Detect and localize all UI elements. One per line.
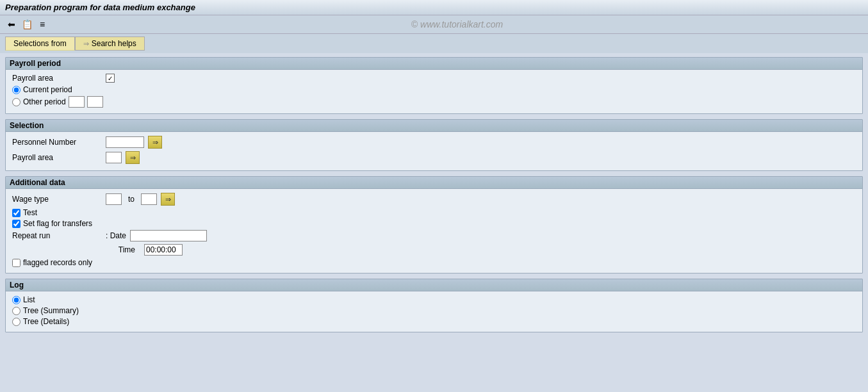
repeat-run-label: Repeat run	[12, 231, 102, 240]
test-checkbox[interactable]	[12, 209, 20, 217]
tab-arrow-icon: ⇒	[83, 40, 89, 48]
log-list-row: List	[12, 295, 856, 304]
date-label: : Date	[106, 231, 126, 240]
time-label: Time	[12, 245, 140, 254]
set-flag-row: Set flag for transfers	[12, 219, 856, 228]
menu-icon[interactable]: ≡	[36, 18, 49, 31]
tab-bar: Selections from ⇒ Search helps	[0, 34, 868, 53]
personnel-number-row: Personnel Number ⇒	[12, 136, 856, 149]
tab-search-helps-label: Search helps	[92, 39, 136, 48]
tab-selections-from[interactable]: Selections from	[5, 37, 75, 51]
other-period-input-1[interactable]	[69, 96, 85, 108]
set-flag-checkbox[interactable]	[12, 220, 20, 228]
current-period-radio[interactable]	[12, 86, 20, 94]
selection-section: Selection Personnel Number ⇒ Payroll are…	[5, 119, 863, 171]
title-bar: Preparation program for data medium exch…	[0, 0, 868, 15]
log-tree-summary-radio[interactable]	[12, 307, 20, 315]
log-tree-details-radio[interactable]	[12, 318, 20, 326]
page-title: Preparation program for data medium exch…	[5, 3, 195, 12]
payroll-period-section: Payroll period Payroll area ✓ Current pe…	[5, 57, 863, 114]
payroll-period-body: Payroll area ✓ Current period Other peri…	[6, 70, 862, 113]
time-row: Time	[12, 244, 856, 256]
flagged-row: flagged records only	[12, 258, 856, 267]
wage-type-row: Wage type to ⇒	[12, 193, 856, 206]
log-body: List Tree (Summary) Tree (Details)	[6, 291, 862, 332]
log-section: Log List Tree (Summary) Tree (Details)	[5, 279, 863, 332]
other-period-row: Other period	[12, 96, 856, 108]
selection-header: Selection	[6, 120, 862, 132]
flagged-label: flagged records only	[23, 258, 92, 267]
tab-selections-from-label: Selections from	[13, 39, 67, 48]
set-flag-label: Set flag for transfers	[23, 219, 92, 228]
other-period-label: Other period	[23, 97, 66, 106]
selection-payroll-area-arrow-button[interactable]: ⇒	[126, 151, 140, 164]
additional-data-body: Wage type to ⇒ Test Set flag for transfe…	[6, 189, 862, 273]
back-icon[interactable]: ⬅	[5, 18, 18, 31]
personnel-number-input[interactable]	[106, 136, 144, 148]
info-icon[interactable]: 📋	[20, 18, 33, 31]
other-period-radio[interactable]	[12, 98, 20, 106]
additional-data-section: Additional data Wage type to ⇒ Test Set …	[5, 176, 863, 274]
log-list-radio[interactable]	[12, 296, 20, 304]
wage-type-arrow-button[interactable]: ⇒	[161, 193, 175, 206]
payroll-period-header: Payroll period	[6, 58, 862, 70]
log-list-label: List	[23, 295, 35, 304]
current-period-row: Current period	[12, 85, 856, 94]
flagged-checkbox[interactable]	[12, 259, 20, 267]
to-label: to	[128, 195, 135, 204]
time-input[interactable]	[144, 244, 183, 256]
personnel-number-arrow-button[interactable]: ⇒	[148, 136, 162, 149]
tab-search-helps[interactable]: ⇒ Search helps	[75, 37, 145, 51]
repeat-run-date-input[interactable]	[130, 230, 207, 241]
selection-payroll-area-label: Payroll area	[12, 153, 102, 162]
other-period-input-2[interactable]	[87, 96, 103, 108]
payroll-area-checkbox[interactable]: ✓	[106, 74, 115, 83]
wage-type-input-to[interactable]	[141, 193, 157, 205]
wage-type-label: Wage type	[12, 195, 102, 204]
toolbar: ⬅ 📋 ≡ © www.tutorialkart.com	[0, 15, 868, 34]
log-tree-summary-row: Tree (Summary)	[12, 306, 856, 315]
payroll-area-label: Payroll area	[12, 74, 102, 83]
log-tree-summary-label: Tree (Summary)	[23, 306, 79, 315]
current-period-label: Current period	[23, 85, 72, 94]
test-row: Test	[12, 208, 856, 217]
payroll-area-row: Payroll area ✓	[12, 74, 856, 83]
selection-body: Personnel Number ⇒ Payroll area ⇒	[6, 132, 862, 170]
watermark: © www.tutorialkart.com	[51, 19, 863, 29]
log-header: Log	[6, 279, 862, 291]
log-tree-details-label: Tree (Details)	[23, 317, 69, 326]
selection-payroll-area-input[interactable]	[106, 152, 122, 163]
additional-data-header: Additional data	[6, 177, 862, 189]
personnel-number-label: Personnel Number	[12, 138, 102, 147]
test-label: Test	[23, 208, 37, 217]
wage-type-input-from[interactable]	[106, 193, 122, 205]
log-tree-details-row: Tree (Details)	[12, 317, 856, 326]
repeat-run-row: Repeat run : Date	[12, 230, 856, 241]
main-content: Payroll period Payroll area ✓ Current pe…	[0, 53, 868, 392]
selection-payroll-area-row: Payroll area ⇒	[12, 151, 856, 164]
